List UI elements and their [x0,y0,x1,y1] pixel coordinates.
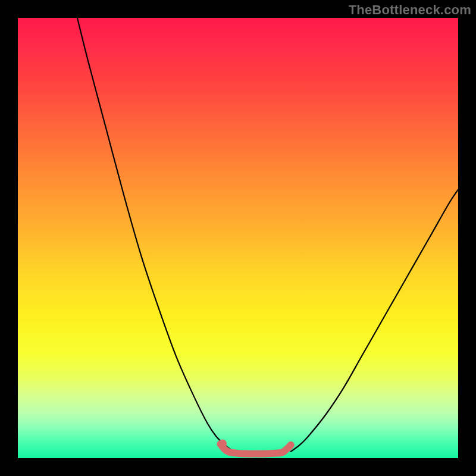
curves-svg [18,18,458,458]
optimal-range-marker [220,444,290,453]
plot-container [18,18,458,458]
optimal-range-marker-dot [218,440,227,448]
right-bottleneck-curve [291,190,458,452]
chart-frame: TheBottleneck.com [0,0,476,476]
watermark-text: TheBottleneck.com [349,2,471,18]
left-bottleneck-curve [77,18,234,452]
